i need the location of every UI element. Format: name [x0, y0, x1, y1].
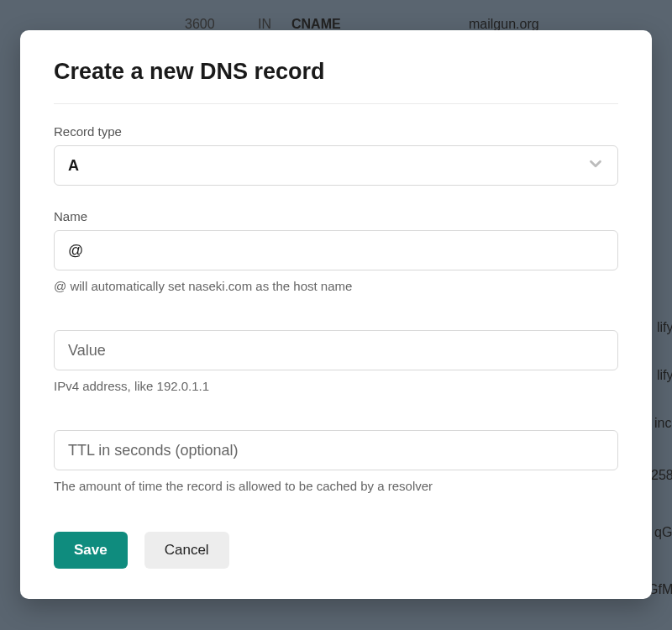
name-helper: @ will automatically set naseki.com as t… — [54, 279, 618, 293]
button-row: Save Cancel — [54, 532, 618, 569]
record-type-field: Record type A — [54, 124, 618, 186]
record-type-select[interactable]: A — [54, 145, 618, 186]
modal-title: Create a new DNS record — [54, 59, 618, 85]
ttl-input[interactable] — [54, 430, 618, 470]
name-field-group: Name @ will automatically set naseki.com… — [54, 209, 618, 293]
create-dns-record-modal: Create a new DNS record Record type A Na… — [20, 30, 652, 599]
ttl-field-group: The amount of time the record is allowed… — [54, 430, 618, 493]
ttl-helper: The amount of time the record is allowed… — [54, 479, 618, 493]
record-type-select-wrap: A — [54, 145, 618, 186]
value-input[interactable] — [54, 330, 618, 370]
save-button[interactable]: Save — [54, 532, 128, 569]
bg-frag: lify — [657, 368, 672, 383]
name-input[interactable] — [54, 230, 618, 270]
value-helper: IPv4 address, like 192.0.1.1 — [54, 379, 618, 393]
name-label: Name — [54, 209, 618, 223]
cancel-button[interactable]: Cancel — [144, 532, 229, 569]
record-type-label: Record type — [54, 124, 618, 139]
bg-frag: qG — [654, 525, 672, 540]
value-field-group: IPv4 address, like 192.0.1.1 — [54, 330, 618, 393]
divider — [54, 103, 618, 104]
bg-frag: inc — [654, 416, 671, 431]
bg-frag: lify — [657, 320, 672, 335]
bg-frag: 258 — [651, 468, 672, 483]
